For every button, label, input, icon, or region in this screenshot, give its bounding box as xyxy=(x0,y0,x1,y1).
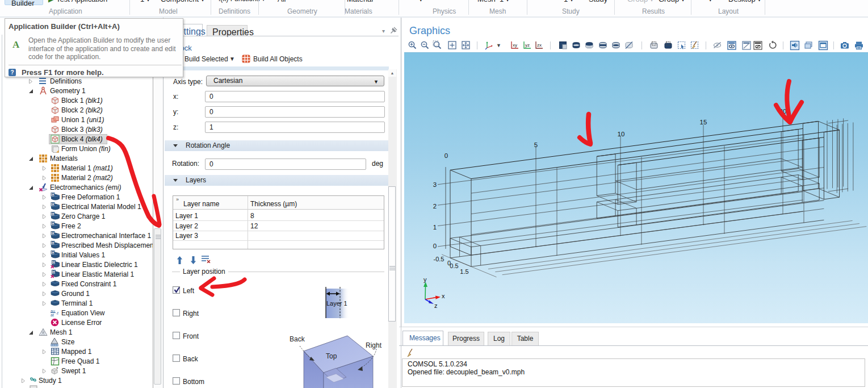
svg-text:1: 1 xyxy=(433,224,437,231)
svg-text:5: 5 xyxy=(534,141,538,148)
svg-text:0: 0 xyxy=(445,152,448,159)
svg-text:15: 15 xyxy=(700,119,707,126)
svg-text:z: z xyxy=(434,302,438,309)
svg-text:-0.5: -0.5 xyxy=(434,256,445,262)
svg-text:1.5: 1.5 xyxy=(460,268,468,275)
svg-text:0: 0 xyxy=(433,243,437,249)
svg-text:3: 3 xyxy=(433,181,437,188)
svg-text:0.5: 0.5 xyxy=(450,262,458,269)
svg-text:y: y xyxy=(423,276,427,283)
svg-text:2: 2 xyxy=(433,203,437,210)
svg-text:x: x xyxy=(442,293,445,299)
svg-text:10: 10 xyxy=(618,131,625,137)
